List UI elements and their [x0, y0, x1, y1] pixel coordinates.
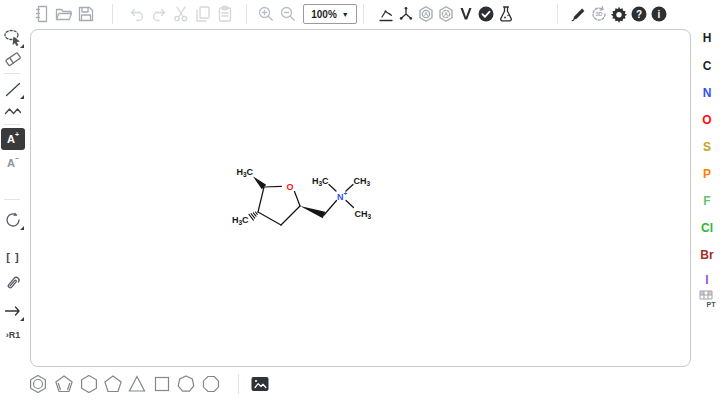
template-cycloheptane[interactable]	[173, 371, 199, 397]
template-library-button[interactable]	[247, 371, 273, 397]
methyl-label: H3C	[236, 167, 253, 178]
atom-symbol: Cl	[701, 221, 713, 235]
copy-button[interactable]	[192, 2, 214, 26]
cyclopentane-icon	[101, 372, 125, 396]
cut-button[interactable]	[170, 2, 192, 26]
about-glyph: i	[658, 9, 661, 20]
dropdown-corner	[20, 317, 24, 321]
clean-up-icon	[396, 4, 416, 24]
charge-minus-sign: −	[15, 155, 19, 162]
atom-button-s[interactable]: S	[696, 137, 718, 157]
cycloheptane-icon	[174, 372, 198, 396]
template-cyclopentane[interactable]	[100, 371, 126, 397]
s-group-tool[interactable]: [ ]	[1, 246, 25, 268]
help-icon: ?	[629, 4, 649, 24]
dropdown-corner	[20, 226, 24, 230]
drawing-canvas[interactable]: H3C H3C O N+ H3C CH3 CH3	[30, 29, 691, 367]
charge-minus-tool[interactable]: A−	[1, 152, 25, 174]
settings-button[interactable]	[609, 2, 629, 26]
zoom-in-button[interactable]	[255, 2, 277, 26]
template-cyclopropane[interactable]	[124, 371, 150, 397]
calculated-values-button[interactable]	[496, 2, 516, 26]
atom-symbol: O	[702, 113, 711, 127]
atom-button-c[interactable]: C	[696, 56, 718, 76]
molecule-structure[interactable]: H3C H3C O N+ H3C CH3 CH3	[31, 30, 691, 367]
periodic-table-label: PT	[707, 301, 717, 308]
undo-button[interactable]	[126, 2, 148, 26]
lasso-selection-tool[interactable]	[1, 27, 25, 49]
chain-tool[interactable]	[1, 100, 25, 122]
atom-button-cl[interactable]: Cl	[696, 218, 718, 238]
rotate-tool[interactable]	[1, 209, 25, 231]
cut-icon	[171, 4, 191, 24]
atom-button-p[interactable]: P	[696, 164, 718, 184]
open-button[interactable]	[53, 2, 75, 26]
atom-button-o[interactable]: O	[696, 110, 718, 130]
chevron-down-icon: ▼	[342, 11, 349, 18]
zoom-in-icon	[256, 4, 276, 24]
atom-symbol: N	[703, 86, 712, 100]
methyl-label: H3C	[232, 215, 249, 226]
toolbar-divider	[4, 124, 20, 125]
template-cyclopentadiene[interactable]	[51, 371, 77, 397]
eraser-icon	[2, 48, 24, 70]
zoom-level-dropdown[interactable]: 100% ▼	[303, 4, 357, 24]
new-document-button[interactable]	[31, 2, 53, 26]
save-icon	[76, 4, 96, 24]
charge-plus-letter: A	[7, 134, 15, 145]
clean-up-button[interactable]	[396, 2, 416, 26]
toolbar-divider	[4, 73, 20, 74]
periodic-table-icon: PT	[696, 287, 718, 311]
save-button[interactable]	[75, 2, 97, 26]
atom-button-h[interactable]: H	[696, 28, 718, 48]
atom-symbol: F	[703, 194, 710, 208]
zoom-out-icon	[278, 4, 298, 24]
r-group-label-tool[interactable]: ›R1	[1, 324, 25, 346]
zoom-out-button[interactable]	[277, 2, 299, 26]
toolbar-divider	[363, 4, 364, 24]
methyl-label: H3C	[312, 176, 329, 187]
template-benzene[interactable]	[25, 371, 51, 397]
undo-icon	[127, 4, 147, 24]
hash-wedge-bond	[249, 212, 257, 220]
three-d-viewer-button[interactable]: 3D	[589, 2, 609, 26]
attach-tool[interactable]	[1, 273, 25, 295]
dearomatize-button[interactable]: A	[436, 2, 456, 26]
calculate-cip-icon	[456, 4, 476, 24]
reaction-arrow-tool[interactable]	[1, 300, 25, 322]
periodic-table-button[interactable]: PT	[696, 287, 718, 311]
calculate-cip-button[interactable]	[456, 2, 476, 26]
recognize-button[interactable]	[569, 2, 589, 26]
paste-button[interactable]	[214, 2, 236, 26]
paperclip-icon	[2, 273, 24, 295]
aromatize-letter: A	[424, 11, 428, 17]
template-cyclobutane[interactable]	[149, 371, 175, 397]
layout-button[interactable]	[376, 2, 396, 26]
s-group-brackets: [ ]	[6, 251, 19, 263]
molecule-editor-app: 100% ▼	[0, 0, 720, 400]
template-cyclohexane[interactable]	[76, 371, 102, 397]
atom-symbol: I	[705, 273, 708, 287]
methyl-label: CH3	[355, 209, 372, 220]
atom-button-f[interactable]: F	[696, 191, 718, 211]
atom-button-n[interactable]: N	[696, 83, 718, 103]
help-button[interactable]: ?	[629, 2, 649, 26]
charge-minus-letter: A	[7, 158, 15, 169]
redo-button[interactable]	[148, 2, 170, 26]
molecule-labels: H3C H3C O N+ H3C CH3 CH3	[232, 167, 372, 227]
check-structure-icon	[476, 4, 496, 24]
atom-symbol: Br	[700, 248, 713, 262]
atom-button-br[interactable]: Br	[696, 245, 718, 265]
template-cyclooctane[interactable]	[198, 371, 224, 397]
check-structure-button[interactable]	[476, 2, 496, 26]
about-button[interactable]: i	[649, 2, 669, 26]
erase-tool[interactable]	[1, 48, 25, 70]
paste-icon	[215, 4, 235, 24]
aromatize-button[interactable]: A	[416, 2, 436, 26]
help-glyph: ?	[636, 9, 642, 20]
dearomatize-icon: A	[436, 4, 456, 24]
charge-plus-tool[interactable]: A+	[1, 128, 25, 150]
methyl-label: CH3	[354, 176, 371, 187]
single-bond-tool[interactable]	[1, 78, 25, 100]
recognize-icon	[569, 4, 589, 24]
